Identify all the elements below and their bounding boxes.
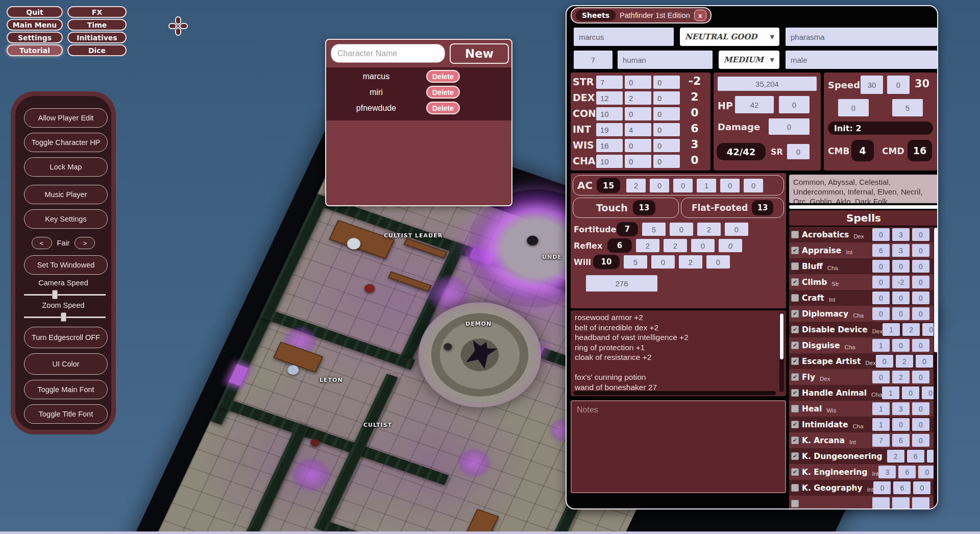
ac-bonus-field[interactable]: 0 [744,179,763,192]
allow-player-edit-button[interactable]: Allow Player Edit [24,108,108,128]
skill-ranks-field[interactable]: 0 [872,260,890,273]
save-field[interactable]: 2 [679,255,702,269]
skill-misc-field[interactable]: 0 [912,371,929,383]
skill-class-checkbox[interactable]: ✔ [791,452,799,460]
camera-speed-slider[interactable] [24,290,106,299]
ability-base-field[interactable]: 10 [596,107,623,120]
save-field[interactable]: 5 [642,223,666,236]
skill-class-checkbox[interactable]: ✔ [791,405,799,412]
level-field[interactable]: 7 [574,51,612,69]
ability-bonus1-field[interactable]: 0 [625,139,651,152]
skill-ranks-field[interactable] [872,497,890,509]
skill-ranks-field[interactable]: 1 [883,323,900,336]
skill-misc-field[interactable]: 0 [912,307,929,320]
misc-field-a[interactable]: 0 [838,99,869,116]
skill-ranks-field[interactable]: 0 [872,228,890,241]
skill-mod-field[interactable]: 6 [893,481,911,494]
weather-prev-button[interactable]: < [32,237,52,249]
zoom-speed-slider-thumb[interactable] [61,312,66,322]
edgescroll-toggle-button[interactable]: Turn Edgescroll OFF [24,327,108,348]
skill-mod-field[interactable]: 6 [898,466,916,478]
skill-ranks-field[interactable]: 0 [872,292,890,304]
inventory-hscrollbar[interactable] [574,391,776,395]
ability-bonus2-field[interactable]: 0 [653,123,680,136]
delete-character-button[interactable]: Delete [426,102,460,114]
new-character-button[interactable]: New [450,43,509,64]
character-list-item[interactable]: miri Delete [326,84,511,100]
close-sheet-button[interactable]: x [694,10,706,21]
dice-button[interactable]: Dice [67,44,127,56]
zoom-speed-slider[interactable] [24,312,106,322]
misc-field-b[interactable]: 5 [892,99,923,116]
ac-bonus-field[interactable]: 0 [720,179,740,192]
ability-base-field[interactable]: 12 [596,91,623,105]
xp-field[interactable]: 35,204 [718,77,817,91]
skill-mod-field[interactable]: 2 [902,323,920,336]
key-settings-button[interactable]: Key Settings [24,209,108,229]
ability-bonus2-field[interactable]: 0 [653,155,680,168]
music-player-button[interactable]: Music Player [24,185,108,204]
hp-field[interactable]: 42 [735,96,774,113]
skill-ranks-field[interactable]: 6 [872,244,890,257]
skill-ranks-field[interactable]: 1 [882,386,899,399]
speed-field[interactable]: 30 [861,76,883,94]
skill-class-checkbox[interactable]: ✔ [791,500,799,507]
skill-misc-field[interactable]: 0 [912,244,929,257]
skill-class-checkbox[interactable]: ✔ [791,436,799,444]
skill-ranks-field[interactable]: 1 [872,339,890,352]
size-dropdown[interactable]: MEDIUM▼ [719,51,779,69]
skill-mod-field[interactable]: 0 [892,339,910,352]
ability-base-field[interactable]: 19 [596,123,623,136]
inventory-text[interactable]: rosewood armor +2 belt of incredible dex… [575,312,775,390]
skill-mod-field[interactable]: 3 [892,402,910,415]
skill-ranks-field[interactable]: 3 [878,466,896,478]
notes-textarea[interactable] [571,400,786,493]
skill-class-checkbox[interactable]: ✔ [791,247,799,254]
demon-token[interactable] [463,338,499,370]
skill-misc-field[interactable]: 0 [913,481,930,494]
skill-ranks-field[interactable]: 7 [872,434,890,447]
save-field[interactable]: 0 [670,223,693,236]
skill-misc-field[interactable]: 0 [912,418,929,431]
skill-misc-field[interactable]: 0 [912,402,929,415]
ability-base-field[interactable]: 7 [596,76,623,89]
skill-ranks-field[interactable]: 2 [887,450,904,463]
skill-ranks-field[interactable]: 1 [872,402,890,415]
skill-class-checkbox[interactable]: ✔ [791,342,799,349]
main-menu-button[interactable]: Main Menu [7,19,63,31]
skill-misc-field[interactable]: 0 [916,355,933,368]
skill-mod-field[interactable]: 0 [902,386,919,399]
skill-misc-field[interactable]: 0 [912,276,929,288]
settings-button[interactable]: Settings [7,32,63,43]
skill-class-checkbox[interactable]: ✔ [791,421,799,428]
toggle-title-font-button[interactable]: Toggle Title Font [24,404,108,424]
ac-bonus-field[interactable]: 1 [697,179,716,192]
skill-class-checkbox[interactable]: ✔ [791,294,799,302]
tab-sheets[interactable]: Sheets [576,10,616,21]
tutorial-button[interactable]: Tutorial [7,44,63,56]
skill-misc-field[interactable]: 0 [912,228,929,241]
character-list-item[interactable]: marcus Delete [326,68,511,84]
character-list-item[interactable]: pfnewdude Delete [326,100,511,116]
character-name-input[interactable] [331,44,445,63]
ac-bonus-field[interactable]: 2 [626,179,646,192]
ability-bonus2-field[interactable]: 0 [653,139,680,152]
lock-map-button[interactable]: Lock Map [24,157,108,177]
speed-bonus-field[interactable]: 0 [887,76,910,94]
skill-class-checkbox[interactable]: ✔ [791,262,799,270]
ui-color-button[interactable]: UI Color [24,353,108,375]
skill-misc-field[interactable]: 0 [912,339,929,352]
fx-button[interactable]: FX [67,6,127,18]
damage-field[interactable]: 0 [769,118,810,135]
quit-button[interactable]: Quit [7,6,63,18]
ability-bonus1-field[interactable]: 4 [625,123,651,136]
weather-next-button[interactable]: > [75,237,95,249]
skill-ranks-field[interactable]: 0 [872,307,890,320]
save-field[interactable]: 0 [706,255,730,269]
skill-mod-field[interactable]: 3 [892,228,910,241]
skill-class-checkbox[interactable]: ✔ [791,484,799,492]
delete-character-button[interactable]: Delete [426,70,460,83]
skill-misc-field[interactable] [912,497,929,509]
skill-misc-field[interactable]: 0 [912,292,929,304]
ability-bonus2-field[interactable]: 0 [653,76,680,89]
